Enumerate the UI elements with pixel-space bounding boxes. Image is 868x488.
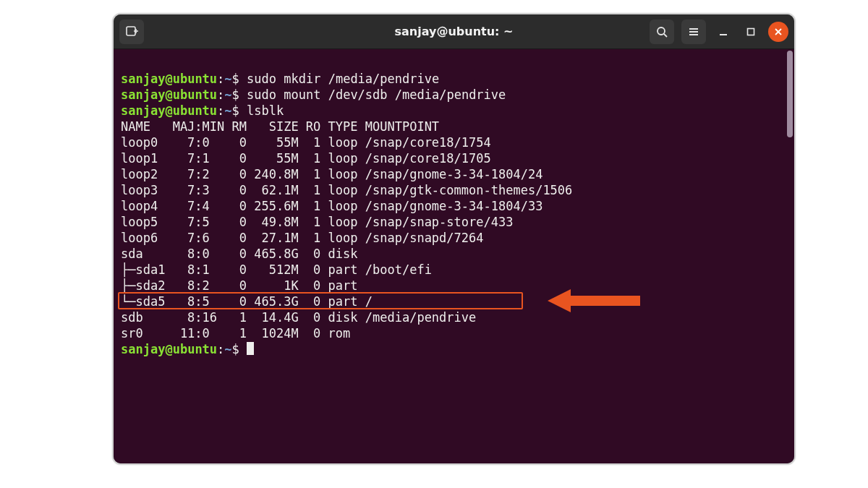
prompt-sep: : xyxy=(217,342,224,356)
lsblk-row: loop2 7:2 0 240.8M 1 loop /snap/gnome-3-… xyxy=(121,167,542,181)
prompt-dollar: $ xyxy=(232,103,239,118)
prompt-dollar: $ xyxy=(232,72,239,86)
minimize-icon xyxy=(718,27,728,37)
new-tab-icon xyxy=(125,25,138,38)
prompt-user: sanjay xyxy=(121,342,165,356)
prompt-sep: : xyxy=(217,103,224,118)
prompt-path: ~ xyxy=(224,342,231,356)
svg-point-3 xyxy=(658,27,665,35)
command-3: lsblk xyxy=(247,103,284,118)
maximize-icon xyxy=(746,27,756,37)
lsblk-row: loop1 7:1 0 55M 1 loop /snap/core18/1705 xyxy=(121,151,491,166)
prompt-dollar: $ xyxy=(232,342,239,356)
new-tab-button[interactable] xyxy=(119,20,144,44)
svg-rect-9 xyxy=(748,28,754,35)
prompt-user: sanjay xyxy=(121,103,165,118)
lsblk-row: loop5 7:5 0 49.8M 1 loop /snap/snap-stor… xyxy=(121,215,513,229)
prompt-path: ~ xyxy=(224,103,231,118)
terminal-body[interactable]: sanjay@ubuntu:~$ sudo mkdir /media/pendr… xyxy=(114,49,794,463)
prompt-path: ~ xyxy=(224,87,231,102)
lsblk-row: sda 8:0 0 465.8G 0 disk xyxy=(121,247,365,261)
lsblk-header: NAME MAJ:MIN RM SIZE RO TYPE MOUNTPOINT xyxy=(121,119,439,134)
menu-button[interactable] xyxy=(681,20,706,44)
scrollbar-thumb[interactable] xyxy=(787,51,793,137)
lsblk-row-highlighted: sdb 8:16 1 14.4G 0 disk /media/pendrive xyxy=(121,310,476,325)
prompt-sep: : xyxy=(217,72,224,86)
lsblk-row: ├─sda2 8:2 0 1K 0 part xyxy=(121,278,365,293)
lsblk-row: sr0 11:0 1 1024M 0 rom xyxy=(121,326,365,341)
prompt-at: @ xyxy=(165,72,172,86)
prompt-sep: : xyxy=(217,87,224,102)
terminal-output: sanjay@ubuntu:~$ sudo mkdir /media/pendr… xyxy=(114,49,794,380)
minimize-button[interactable] xyxy=(713,22,733,42)
lsblk-row: loop4 7:4 0 255.6M 1 loop /snap/gnome-3-… xyxy=(121,199,542,213)
maximize-button[interactable] xyxy=(741,22,761,42)
lsblk-row: loop0 7:0 0 55M 1 loop /snap/core18/1754 xyxy=(121,135,491,150)
prompt-host: ubuntu xyxy=(173,342,217,356)
prompt-host: ubuntu xyxy=(173,87,217,102)
hamburger-icon xyxy=(688,26,699,38)
lsblk-row: ├─sda1 8:1 0 512M 0 part /boot/efi xyxy=(121,262,432,277)
search-button[interactable] xyxy=(650,20,674,44)
command-2: sudo mount /dev/sdb /media/pendrive xyxy=(247,87,506,102)
lsblk-row: loop6 7:6 0 27.1M 1 loop /snap/snapd/726… xyxy=(121,231,484,245)
terminal-window: sanjay@ubuntu: ~ xyxy=(112,13,796,465)
window-titlebar: sanjay@ubuntu: ~ xyxy=(114,14,794,49)
close-icon xyxy=(774,27,783,36)
prompt-host: ubuntu xyxy=(173,103,217,118)
prompt-at: @ xyxy=(165,342,172,356)
svg-line-4 xyxy=(664,34,667,37)
command-1: sudo mkdir /media/pendrive xyxy=(247,72,439,86)
prompt-dollar: $ xyxy=(232,87,239,102)
lsblk-row: loop3 7:3 0 62.1M 1 loop /snap/gtk-commo… xyxy=(121,183,572,197)
prompt-user: sanjay xyxy=(121,87,165,102)
prompt-user: sanjay xyxy=(121,72,165,86)
cursor xyxy=(247,342,254,355)
lsblk-row: └─sda5 8:5 0 465.3G 0 part / xyxy=(121,294,373,309)
search-icon xyxy=(656,26,668,38)
titlebar-right-group xyxy=(650,20,788,44)
prompt-at: @ xyxy=(165,103,172,118)
close-button[interactable] xyxy=(768,22,788,42)
prompt-at: @ xyxy=(165,87,172,102)
prompt-path: ~ xyxy=(224,72,231,86)
prompt-host: ubuntu xyxy=(173,72,217,86)
titlebar-left-group xyxy=(119,20,148,44)
